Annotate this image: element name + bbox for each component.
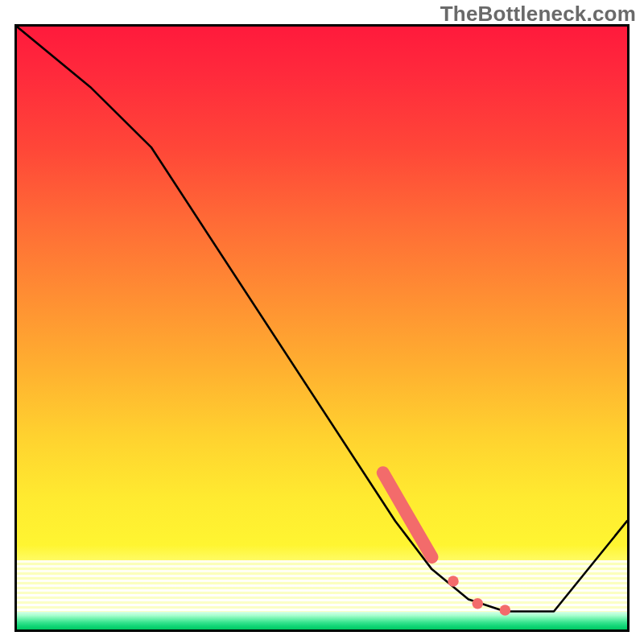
marker-group — [383, 473, 510, 616]
marker-dot — [500, 605, 511, 615]
watermark-text: TheBottleneck.com — [440, 2, 636, 27]
curve-svg — [17, 27, 627, 630]
chart-frame: TheBottleneck.com — [0, 0, 644, 644]
bottleneck-curve — [17, 27, 627, 612]
marker-dot — [448, 576, 459, 586]
marker-dot — [472, 598, 483, 609]
plot-area — [14, 24, 630, 632]
